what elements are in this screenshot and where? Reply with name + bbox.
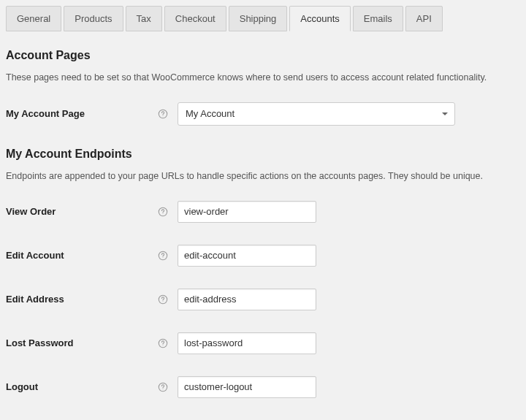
tab-checkout[interactable]: Checkout bbox=[164, 6, 226, 31]
edit-account-input[interactable] bbox=[178, 245, 316, 267]
my-account-page-label-wrap: My Account Page bbox=[6, 108, 178, 120]
my-account-page-select[interactable]: My Account bbox=[178, 102, 455, 126]
row-logout: Logout bbox=[6, 376, 520, 398]
account-pages-desc: These pages need to be set so that WooCo… bbox=[6, 71, 520, 85]
svg-point-9 bbox=[163, 345, 164, 345]
edit-address-label: Edit Address bbox=[6, 294, 64, 305]
tab-api[interactable]: API bbox=[405, 6, 443, 31]
view-order-label-wrap: View Order bbox=[6, 206, 178, 218]
row-edit-account: Edit Account bbox=[6, 245, 520, 267]
edit-address-label-wrap: Edit Address bbox=[6, 294, 178, 305]
account-pages-heading: Account Pages bbox=[6, 49, 520, 62]
my-account-page-select-wrap: My Account bbox=[178, 102, 455, 126]
logout-input[interactable] bbox=[178, 376, 316, 398]
row-lost-password: Lost Password bbox=[6, 332, 520, 354]
svg-point-3 bbox=[163, 213, 164, 214]
help-icon[interactable] bbox=[157, 250, 169, 261]
lost-password-label-wrap: Lost Password bbox=[6, 337, 178, 349]
svg-point-7 bbox=[163, 301, 164, 302]
tab-emails[interactable]: Emails bbox=[353, 6, 403, 31]
tab-general[interactable]: General bbox=[6, 6, 61, 31]
edit-account-label: Edit Account bbox=[6, 250, 64, 261]
row-view-order: View Order bbox=[6, 201, 520, 223]
row-my-account-page: My Account Page My Account bbox=[6, 102, 520, 126]
view-order-label: View Order bbox=[6, 206, 56, 217]
help-icon[interactable] bbox=[157, 337, 169, 349]
edit-address-input[interactable] bbox=[178, 289, 316, 310]
row-edit-address: Edit Address bbox=[6, 289, 520, 310]
view-order-input[interactable] bbox=[178, 201, 316, 223]
svg-point-11 bbox=[163, 389, 164, 389]
tab-content: Account Pages These pages need to be set… bbox=[0, 31, 526, 420]
my-account-page-value: My Account bbox=[186, 108, 235, 119]
endpoints-heading: My Account Endpoints bbox=[6, 148, 520, 161]
logout-label-wrap: Logout bbox=[6, 381, 178, 393]
lost-password-label: Lost Password bbox=[6, 337, 73, 348]
svg-point-1 bbox=[163, 115, 164, 116]
settings-tabs: General Products Tax Checkout Shipping A… bbox=[0, 0, 526, 31]
help-icon[interactable] bbox=[157, 108, 169, 120]
tab-products[interactable]: Products bbox=[64, 6, 123, 31]
edit-account-label-wrap: Edit Account bbox=[6, 250, 178, 261]
endpoints-desc: Endpoints are appended to your page URLs… bbox=[6, 169, 520, 183]
lost-password-input[interactable] bbox=[178, 332, 316, 354]
tab-tax[interactable]: Tax bbox=[126, 6, 162, 31]
help-icon[interactable] bbox=[157, 206, 169, 218]
help-icon[interactable] bbox=[157, 381, 169, 393]
my-account-page-label: My Account Page bbox=[6, 108, 85, 119]
logout-label: Logout bbox=[6, 381, 38, 392]
tab-accounts[interactable]: Accounts bbox=[289, 6, 350, 31]
tab-shipping[interactable]: Shipping bbox=[229, 6, 288, 31]
svg-point-5 bbox=[163, 257, 164, 258]
help-icon[interactable] bbox=[157, 294, 169, 305]
